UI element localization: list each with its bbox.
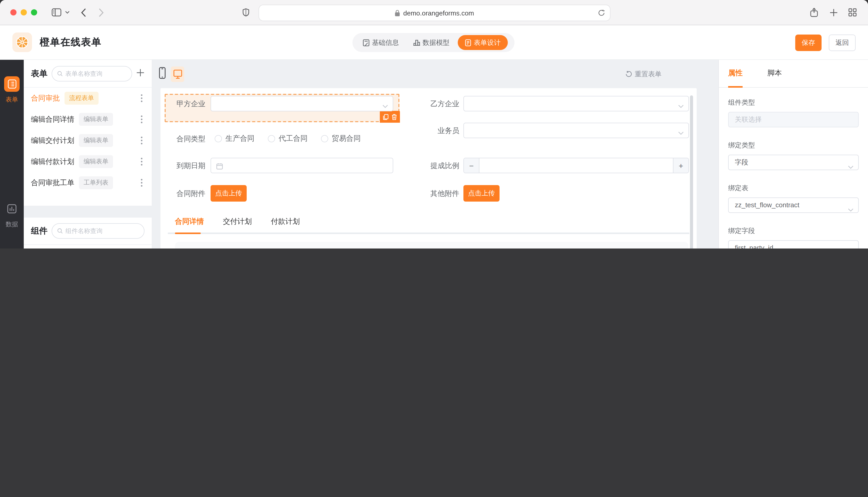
doc-edit-icon bbox=[363, 39, 370, 46]
due-date-input[interactable] bbox=[210, 158, 393, 173]
component-type-label: 组件类型 bbox=[728, 98, 859, 107]
first-party-select[interactable] bbox=[210, 96, 393, 111]
bind-type-select[interactable]: 字段 bbox=[728, 155, 859, 170]
form-list-item[interactable]: 编辑合同详情 编辑表单 bbox=[31, 109, 144, 130]
component-type-value: 关联选择 bbox=[728, 112, 859, 127]
radio-oem[interactable]: 代工合同 bbox=[268, 134, 307, 143]
reset-icon bbox=[625, 71, 632, 77]
new-tab-icon[interactable] bbox=[830, 9, 838, 16]
field-label-salesman: 业务员 bbox=[408, 123, 459, 138]
rail-label-forms[interactable]: 表单 bbox=[6, 95, 18, 104]
selected-field-actions bbox=[380, 111, 400, 123]
copy-icon[interactable] bbox=[383, 114, 389, 120]
mobile-preview-icon[interactable] bbox=[159, 67, 166, 81]
form-item-badge: 流程表单 bbox=[65, 92, 99, 105]
form-item-menu-icon[interactable] bbox=[139, 92, 144, 104]
form-item-name[interactable]: 编辑合同详情 bbox=[31, 115, 74, 124]
form-item-menu-icon[interactable] bbox=[139, 134, 144, 146]
form-item-name[interactable]: 合同审批 bbox=[31, 94, 60, 103]
form-list-item[interactable]: 合同审批工单 工单列表 bbox=[31, 172, 144, 193]
design-step-tabs: 基础信息 数据模型 表单设计 bbox=[353, 33, 514, 52]
calendar-icon bbox=[216, 162, 223, 172]
form-item-name[interactable]: 编辑付款计划 bbox=[31, 157, 74, 166]
field-label-second-party: 乙方企业 bbox=[408, 96, 459, 111]
search-icon bbox=[57, 228, 63, 234]
minimize-window-button[interactable] bbox=[20, 9, 27, 15]
form-item-badge: 编辑表单 bbox=[79, 155, 113, 168]
share-icon[interactable] bbox=[810, 8, 818, 17]
decrease-button[interactable]: − bbox=[464, 158, 479, 173]
tab-properties[interactable]: 属性 bbox=[728, 69, 743, 88]
tab-delivery-plan[interactable]: 交付计划 bbox=[223, 217, 252, 226]
component-search-box[interactable] bbox=[52, 223, 144, 239]
inspector-panel: 属性 脚本 组件类型 关联选择 绑定类型 字段 绑定表 zz_test_flow… bbox=[718, 60, 868, 248]
increase-button[interactable]: + bbox=[673, 158, 688, 173]
tab-data-model[interactable]: 数据模型 bbox=[407, 35, 456, 50]
forms-panel: 表单 合同审批 流程表单 bbox=[24, 60, 152, 206]
app-header: 橙单在线表单 基础信息 数据模型 表单设计 保存 返回 bbox=[0, 25, 868, 60]
desktop-preview-icon[interactable] bbox=[171, 66, 184, 82]
app-logo bbox=[12, 32, 32, 52]
add-form-button[interactable] bbox=[136, 69, 144, 79]
rail-item-forms[interactable] bbox=[4, 76, 19, 92]
tab-overview-icon[interactable] bbox=[849, 8, 857, 16]
form-search-input[interactable] bbox=[65, 70, 126, 77]
data-chart-icon bbox=[7, 204, 16, 213]
tab-basic-info[interactable]: 基础信息 bbox=[357, 35, 405, 50]
sidebar-toggle-icon[interactable] bbox=[52, 8, 61, 16]
back-button-app[interactable]: 返回 bbox=[829, 34, 856, 51]
zoom-window-button[interactable] bbox=[31, 9, 37, 15]
back-button[interactable] bbox=[81, 8, 86, 17]
canvas-scrollbar[interactable] bbox=[690, 95, 693, 248]
form-item-menu-icon[interactable] bbox=[139, 113, 144, 125]
radio-production[interactable]: 生产合同 bbox=[215, 134, 254, 143]
field-label-due-date: 到期日期 bbox=[161, 158, 205, 173]
close-window-button[interactable] bbox=[10, 9, 16, 15]
field-label-commission: 提成比例 bbox=[408, 158, 459, 173]
salesman-select[interactable] bbox=[464, 123, 689, 138]
second-party-select[interactable] bbox=[464, 96, 689, 111]
shield-icon[interactable] bbox=[243, 8, 249, 16]
lock-icon bbox=[395, 10, 400, 16]
bind-field-select[interactable]: first_party_id bbox=[728, 240, 859, 248]
address-bar[interactable]: demo.orangeforms.com bbox=[259, 5, 610, 21]
other-upload-button[interactable]: 点击上传 bbox=[464, 185, 499, 202]
active-tab-indicator bbox=[175, 232, 201, 234]
form-search-box[interactable] bbox=[52, 66, 132, 82]
form-list-item[interactable]: 编辑交付计划 编辑表单 bbox=[31, 130, 144, 151]
form-icon bbox=[465, 39, 471, 46]
bind-table-select[interactable]: zz_test_flow_contract bbox=[728, 197, 859, 213]
rail-label-data[interactable]: 数据 bbox=[6, 220, 18, 229]
field-label-contract-attachment: 合同附件 bbox=[161, 186, 205, 201]
form-item-menu-icon[interactable] bbox=[139, 177, 144, 189]
contract-upload-button[interactable]: 点击上传 bbox=[210, 185, 247, 202]
rail-item-data[interactable] bbox=[4, 201, 19, 216]
app-window: demo.orangeforms.com 橙单在线表单 基础信息 bbox=[0, 0, 868, 248]
tab-form-design[interactable]: 表单设计 bbox=[458, 35, 508, 50]
form-item-name[interactable]: 编辑交付计划 bbox=[31, 136, 74, 145]
canvas-area: 重置表单 甲方企业 乙方企业 合同类型 bbox=[152, 60, 718, 248]
components-panel: 组件 布局组件 基础块 卡片组件 bbox=[24, 217, 152, 248]
radio-trade[interactable]: 贸易合同 bbox=[321, 134, 361, 143]
reload-icon[interactable] bbox=[598, 9, 605, 16]
form-list-item[interactable]: 合同审批 流程表单 bbox=[31, 88, 144, 109]
reset-form-button[interactable]: 重置表单 bbox=[625, 60, 662, 88]
form-item-name[interactable]: 合同审批工单 bbox=[31, 178, 74, 187]
forward-button[interactable] bbox=[99, 8, 104, 17]
tab-script[interactable]: 脚本 bbox=[767, 69, 782, 86]
save-button[interactable]: 保存 bbox=[795, 34, 822, 51]
chevron-down-icon[interactable] bbox=[65, 11, 70, 14]
form-canvas: 甲方企业 乙方企业 合同类型 生产合同 代工合同 贸易合同 业务员 bbox=[161, 88, 697, 248]
tab-payment-plan[interactable]: 付款计划 bbox=[271, 217, 300, 226]
page-title: 橙单在线表单 bbox=[40, 36, 102, 49]
commission-stepper[interactable]: − + bbox=[464, 158, 689, 173]
chevron-down-icon bbox=[382, 105, 388, 108]
form-item-menu-icon[interactable] bbox=[139, 156, 144, 168]
trash-icon[interactable] bbox=[392, 114, 397, 120]
url-text: demo.orangeforms.com bbox=[403, 9, 474, 17]
chevron-down-icon bbox=[678, 105, 684, 108]
field-label-other-attachment: 其他附件 bbox=[408, 186, 459, 201]
form-list-item[interactable]: 编辑付款计划 编辑表单 bbox=[31, 151, 144, 172]
component-search-input[interactable] bbox=[66, 227, 139, 235]
tab-contract-detail[interactable]: 合同详情 bbox=[175, 217, 204, 226]
